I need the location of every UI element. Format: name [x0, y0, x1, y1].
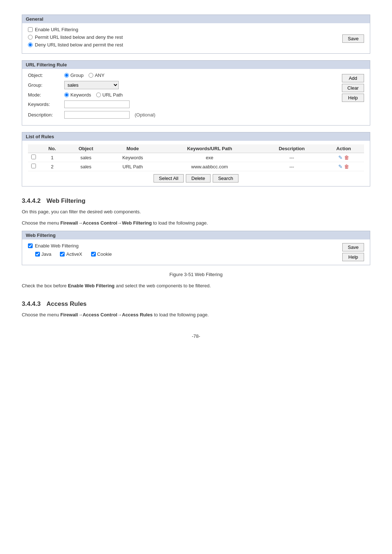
mode-urlpath-label: URL Path [102, 92, 123, 98]
cookie-item: Cookie [91, 251, 112, 257]
list-of-rules-header: List of Rules [22, 132, 370, 141]
figure-para-prefix: Check the box before [22, 283, 68, 288]
row1-keywords: exe [159, 153, 260, 162]
section-343-title: Access Rules [46, 300, 87, 308]
select-all-button[interactable]: Select All [154, 174, 184, 182]
enable-url-checkbox[interactable] [28, 27, 33, 32]
row2-mode: URL Path [106, 162, 159, 171]
permit-radio[interactable] [28, 35, 33, 40]
row2-action-icons: ✎ 🗑 [326, 164, 361, 169]
description-value: (Optional) [64, 111, 155, 119]
row2-checkbox[interactable] [31, 164, 36, 168]
mode-keywords-label: Keywords [70, 92, 91, 98]
rules-table-head: No. Object Mode Keywords/URL Path Descri… [28, 144, 364, 153]
wf-save-button[interactable]: Save [342, 243, 364, 251]
deny-radio[interactable] [28, 42, 33, 47]
permit-row: Permit URL listed below and deny the res… [28, 34, 123, 40]
mode-keywords-item: Keywords [64, 92, 91, 98]
row1-description: --- [260, 153, 323, 162]
keywords-input[interactable] [64, 100, 130, 108]
col-checkbox [28, 144, 39, 153]
mode-urlpath-item: URL Path [96, 92, 123, 98]
figure-para: Check the box before Enable Web Filterin… [22, 282, 370, 290]
section-342-para1-text: On this page, you can filter the desired… [22, 209, 141, 214]
row2-delete-icon[interactable]: 🗑 [344, 164, 349, 169]
table-actions: Select All Delete Search [28, 174, 364, 182]
add-button[interactable]: Add [342, 74, 364, 82]
row1-object: sales [65, 153, 106, 162]
clear-button[interactable]: Clear [342, 84, 364, 92]
activex-checkbox[interactable] [60, 252, 65, 257]
rule-buttons: Add Clear Help [342, 73, 364, 122]
general-save-button[interactable]: Save [342, 34, 364, 43]
object-group-radio[interactable] [64, 73, 69, 78]
table-row: 1 sales Keywords exe --- ✎ 🗑 [28, 153, 364, 162]
row1-action-icons: ✎ 🗑 [326, 155, 361, 160]
row1-delete-icon[interactable]: 🗑 [344, 155, 349, 160]
rule-fields: Object: Group ANY Group: [28, 73, 338, 122]
enable-web-filtering-label: Enable Web Filtering [35, 243, 78, 249]
keywords-value [64, 100, 130, 108]
mode-label: Mode: [28, 92, 64, 98]
wf-sub-row: Java ActiveX Cookie [35, 251, 342, 257]
row1-checkbox[interactable] [31, 155, 36, 159]
col-mode: Mode [106, 144, 159, 153]
figure-para-bold: Enable Web Filtering [68, 283, 114, 288]
keywords-label: Keywords: [28, 102, 64, 107]
section-342-para1: On this page, you can filter the desired… [22, 208, 370, 216]
web-filtering-panel: Web Filtering Enable Web Filtering Java … [22, 231, 370, 265]
keywords-row: Keywords: [28, 100, 338, 108]
enable-url-row: Enable URL Filtering [28, 27, 364, 32]
general-panel: General Enable URL Filtering Permit URL … [22, 15, 370, 54]
radio-options: Permit URL listed below and deny the res… [28, 34, 123, 50]
delete-button[interactable]: Delete [186, 174, 211, 182]
object-any-radio[interactable] [89, 73, 93, 78]
row2-edit-icon[interactable]: ✎ [338, 164, 343, 169]
section-342-para2-suffix: to load the following page. [152, 220, 208, 226]
optional-text: (Optional) [135, 112, 155, 118]
cookie-checkbox[interactable] [91, 252, 96, 257]
description-input[interactable] [64, 111, 130, 119]
page-number: -78- [22, 333, 370, 339]
mode-urlpath-radio[interactable] [96, 93, 101, 97]
wf-left: Enable Web Filtering Java ActiveX Cookie [28, 243, 342, 257]
description-label: Description: [28, 112, 64, 118]
mode-keywords-radio[interactable] [64, 93, 69, 97]
table-row: 2 sales URL Path www.aabbcc.com --- ✎ 🗑 [28, 162, 364, 171]
java-checkbox[interactable] [35, 252, 40, 257]
wf-help-button[interactable]: Help [342, 253, 364, 261]
activex-item: ActiveX [60, 251, 82, 257]
help-button[interactable]: Help [342, 94, 364, 102]
section-342-number: 3.4.4.2 [22, 197, 41, 205]
section-343-para: Choose the menu Firewall→Access Control→… [22, 311, 370, 319]
search-button[interactable]: Search [213, 174, 238, 182]
java-item: Java [35, 251, 51, 257]
section-343-heading: 3.4.4.3 Access Rules [22, 300, 370, 308]
object-row: Object: Group ANY [28, 73, 338, 78]
col-description: Description [260, 144, 323, 153]
row1-edit-icon[interactable]: ✎ [338, 155, 343, 160]
deny-row: Deny URL listed below and permit the res… [28, 42, 123, 48]
list-of-rules-panel: List of Rules No. Object Mode Keywords/U… [22, 132, 370, 186]
group-label: Group: [28, 82, 64, 88]
row2-action: ✎ 🗑 [323, 162, 364, 171]
activex-label: ActiveX [66, 251, 82, 257]
group-select[interactable]: sales [64, 81, 119, 89]
col-keywords: Keywords/URL Path [159, 144, 260, 153]
object-label: Object: [28, 73, 64, 78]
section-343-para-bold: Firewall→Access Control→Access Rules [60, 312, 152, 317]
rules-table-body: 1 sales Keywords exe --- ✎ 🗑 2 sal [28, 153, 364, 171]
row2-object: sales [65, 162, 106, 171]
description-row: Description: (Optional) [28, 111, 338, 119]
web-filtering-header: Web Filtering [22, 231, 370, 239]
row2-description: --- [260, 162, 323, 171]
row1-no: 1 [39, 153, 65, 162]
permit-label: Permit URL listed below and deny the res… [35, 34, 123, 40]
row1-action: ✎ 🗑 [323, 153, 364, 162]
section-342-para2-prefix: Choose the menu [22, 220, 60, 226]
col-object: Object [65, 144, 106, 153]
url-filtering-rule-panel: URL Filtering Rule Object: Group ANY [22, 60, 370, 126]
row1-mode: Keywords [106, 153, 159, 162]
enable-web-filtering-checkbox[interactable] [28, 243, 33, 248]
object-any-item: ANY [89, 73, 105, 78]
